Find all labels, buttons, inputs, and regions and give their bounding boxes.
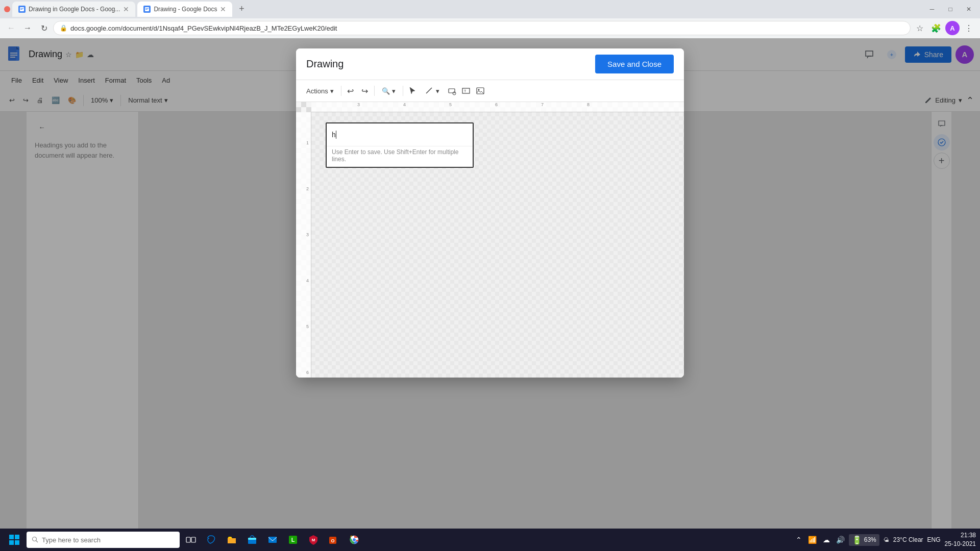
line-dropdown-icon: ▾ bbox=[436, 87, 439, 95]
ruler-top: 3 4 5 6 7 8 bbox=[311, 102, 684, 112]
zoom-icon: 🔍 bbox=[382, 87, 390, 95]
chrome-app-icon bbox=[349, 534, 360, 545]
svg-rect-1 bbox=[20, 8, 23, 9]
textbox-text: h bbox=[332, 131, 336, 139]
taskbar-search-bar[interactable]: Type here to search bbox=[27, 532, 180, 548]
ruler-mark-left-1: 1 bbox=[306, 140, 309, 145]
svg-text:O: O bbox=[331, 538, 334, 543]
extensions-button[interactable]: 🧩 bbox=[929, 21, 943, 35]
svg-point-26 bbox=[33, 537, 37, 541]
libreoffice-icon: L bbox=[287, 534, 299, 545]
svg-point-17 bbox=[453, 92, 456, 95]
battery-indicator[interactable]: 🔋 63% bbox=[849, 534, 879, 546]
edge-browser-icon[interactable] bbox=[202, 531, 220, 549]
modal-toolbar: Actions ▾ ↩ ↪ 🔍 ▾ ▾ bbox=[296, 80, 684, 102]
forward-button[interactable]: → bbox=[20, 21, 35, 35]
ruler-mark-3: 3 bbox=[357, 102, 360, 107]
svg-rect-28 bbox=[186, 537, 190, 542]
svg-rect-32 bbox=[268, 537, 277, 543]
minimize-button[interactable]: ─ bbox=[925, 2, 939, 16]
modal-undo-button[interactable]: ↩ bbox=[345, 85, 357, 97]
textbox-input[interactable]: h bbox=[327, 123, 473, 146]
up-arrow-icon[interactable]: ⌃ bbox=[794, 535, 804, 545]
address-bar[interactable]: 🔒 docs.google.com/document/d/1Nsqaf4_PGe… bbox=[53, 21, 911, 35]
window-controls: ─ □ ✕ bbox=[925, 2, 976, 16]
speaker-icon[interactable]: 🔊 bbox=[834, 535, 847, 545]
tab-1-close[interactable]: ✕ bbox=[123, 5, 129, 13]
actions-button[interactable]: Actions ▾ bbox=[302, 83, 338, 98]
battery-percentage: 63% bbox=[864, 536, 876, 543]
modal-redo-button[interactable]: ↪ bbox=[359, 85, 371, 97]
image-tool-button[interactable] bbox=[474, 85, 486, 97]
drawing-canvas[interactable]: 3 4 5 6 7 8 1 2 3 4 5 6 h bbox=[296, 102, 684, 378]
svg-rect-24 bbox=[9, 540, 14, 545]
zoom-dropdown-icon: ▾ bbox=[392, 87, 396, 95]
svg-rect-5 bbox=[145, 9, 148, 10]
ruler-mark-8: 8 bbox=[587, 102, 590, 107]
bookmark-button[interactable]: ☆ bbox=[913, 21, 927, 35]
new-tab-button[interactable]: + bbox=[234, 2, 249, 16]
browser-tab-1[interactable]: Drawing in Google Docs - Goog... ✕ bbox=[12, 2, 135, 17]
battery-icon: 🔋 bbox=[852, 535, 862, 545]
task-view-icon bbox=[185, 534, 197, 545]
browser-account-avatar[interactable]: A bbox=[945, 21, 960, 35]
edge-icon bbox=[206, 534, 217, 545]
chrome-menu-button[interactable]: ⋮ bbox=[962, 21, 976, 35]
time-display: 21:38 bbox=[945, 531, 976, 540]
maximize-button[interactable]: □ bbox=[943, 2, 958, 16]
system-tray: ⌃ 📶 ☁ 🔊 🔋 63% 🌤 23°C Clear ENG 21:38 25-… bbox=[794, 531, 976, 548]
modal-zoom-button[interactable]: 🔍 ▾ bbox=[378, 83, 400, 98]
text-box-element[interactable]: h Use Enter to save. Use Shift+Enter for… bbox=[326, 122, 474, 168]
language-indicator: ENG bbox=[927, 536, 941, 543]
date-display: 25-10-2021 bbox=[945, 540, 976, 548]
clock[interactable]: 21:38 25-10-2021 bbox=[945, 531, 976, 548]
browser-tab-2[interactable]: Drawing - Google Docs ✕ bbox=[137, 2, 232, 17]
svg-rect-16 bbox=[449, 89, 455, 93]
textbox-tool-button[interactable]: T bbox=[460, 85, 472, 97]
tab-2-favicon bbox=[143, 6, 151, 13]
store-icon bbox=[247, 534, 258, 545]
save-and-close-button[interactable]: Save and Close bbox=[595, 55, 674, 73]
mail-icon[interactable] bbox=[263, 531, 282, 549]
toolbar-divider-1 bbox=[341, 86, 341, 96]
libre-office-icon[interactable]: L bbox=[284, 531, 302, 549]
windows-logo-icon bbox=[8, 534, 20, 546]
refresh-button[interactable]: ↻ bbox=[37, 21, 51, 35]
drawing-modal-overlay: Drawing Save and Close Actions ▾ ↩ ↪ 🔍 ▾ bbox=[0, 38, 980, 529]
chrome-icon[interactable] bbox=[345, 531, 363, 549]
image-icon bbox=[476, 86, 485, 95]
ruler-mark-4: 4 bbox=[403, 102, 406, 107]
text-cursor bbox=[336, 131, 336, 139]
security-lock-icon: 🔒 bbox=[60, 24, 67, 32]
browser-toolbar: ← → ↻ 🔒 docs.google.com/document/d/1Nsqa… bbox=[0, 18, 980, 38]
textbox-icon: T bbox=[461, 86, 471, 95]
line-tool-button[interactable]: ▾ bbox=[421, 83, 444, 98]
ms-office-icon[interactable]: O bbox=[325, 531, 343, 549]
taskbar: Type here to search L M O bbox=[0, 529, 980, 551]
ruler-mark-7: 7 bbox=[541, 102, 544, 107]
canvas-body[interactable]: h Use Enter to save. Use Shift+Enter for… bbox=[311, 112, 684, 378]
tab-2-close[interactable]: ✕ bbox=[220, 5, 226, 13]
taskview-button[interactable] bbox=[182, 531, 200, 549]
back-button[interactable]: ← bbox=[4, 21, 18, 35]
ruler-mark-left-5: 5 bbox=[306, 324, 309, 329]
actions-label: Actions bbox=[306, 87, 328, 95]
folder-icon bbox=[226, 534, 237, 545]
cloud-sync-icon[interactable]: ☁ bbox=[821, 535, 832, 545]
ruler-mark-left-2: 2 bbox=[306, 186, 309, 191]
ruler-mark-5: 5 bbox=[449, 102, 452, 107]
ruler-mark-left-3: 3 bbox=[306, 232, 309, 237]
svg-rect-25 bbox=[15, 540, 19, 545]
mcafee-icon[interactable]: M bbox=[304, 531, 323, 549]
svg-rect-23 bbox=[15, 535, 19, 539]
select-tool-button[interactable] bbox=[406, 85, 419, 97]
start-button[interactable] bbox=[4, 530, 24, 550]
svg-text:L: L bbox=[291, 537, 295, 543]
file-explorer-icon[interactable] bbox=[223, 531, 241, 549]
address-text: docs.google.com/document/d/1Nsqaf4_PGevS… bbox=[70, 24, 337, 32]
ruler-mark-6: 6 bbox=[495, 102, 498, 107]
network-icon[interactable]: 📶 bbox=[806, 535, 819, 545]
shape-tool-button[interactable] bbox=[446, 85, 458, 97]
microsoft-store-icon[interactable] bbox=[243, 531, 261, 549]
close-button[interactable]: ✕ bbox=[962, 2, 976, 16]
